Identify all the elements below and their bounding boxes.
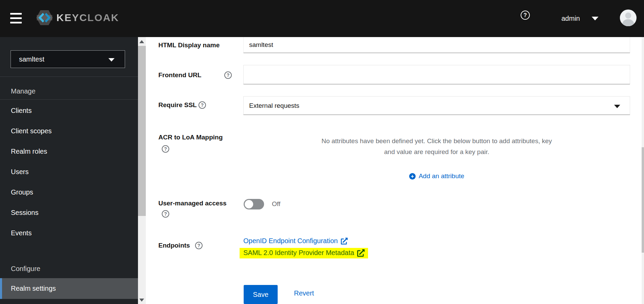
frontend-url-label: Frontend URL <box>158 71 202 80</box>
user-managed-access-toggle[interactable] <box>244 199 264 209</box>
plus-circle-icon <box>409 173 416 180</box>
require-ssl-select[interactable]: External requests <box>243 96 630 115</box>
external-link-icon <box>341 238 348 244</box>
help-icon[interactable] <box>162 210 169 218</box>
nav-scrollbar-thumb[interactable] <box>138 46 146 216</box>
person-icon <box>620 10 637 26</box>
sidebar-item-realm-settings[interactable]: Realm settings <box>0 278 138 299</box>
divider <box>0 99 138 100</box>
help-icon[interactable] <box>162 145 169 153</box>
link-label: SAML 2.0 Identity Provider Metadata <box>243 249 354 257</box>
realm-settings-form: HTML Display name Frontend URL Require S… <box>146 37 642 304</box>
require-ssl-label: Require SSL <box>158 101 197 109</box>
nav-scrollbar[interactable] <box>138 37 146 304</box>
sidebar: samltest Manage Clients Client scopes Re… <box>0 37 138 304</box>
toggle-knob <box>245 200 253 208</box>
user-managed-access-label: User-managed access <box>158 199 227 208</box>
sidebar-item-realm-roles[interactable]: Realm roles <box>11 147 47 156</box>
help-icon[interactable] <box>224 71 232 79</box>
page-scrollbar-thumb[interactable] <box>642 147 644 253</box>
page-scrollbar[interactable] <box>642 37 644 304</box>
sidebar-item-groups[interactable]: Groups <box>11 188 33 197</box>
sidebar-item-users[interactable]: Users <box>11 167 29 176</box>
keycloak-logo: KEYCLOAK <box>36 10 119 26</box>
toggle-state-text: Off <box>272 200 280 208</box>
help-icon[interactable] <box>198 101 206 109</box>
masthead: KEYCLOAK admin <box>0 0 644 37</box>
brand-wordmark: KEYCLOAK <box>56 12 119 23</box>
sidebar-item-sessions[interactable]: Sessions <box>11 208 38 217</box>
sidebar-item-clients[interactable]: Clients <box>11 106 32 115</box>
keycloak-admin-console: KEYCLOAK admin samltest Manage Clients C… <box>0 0 644 304</box>
add-attribute-label: Add an attribute <box>419 172 464 180</box>
scroll-down-arrow-icon[interactable] <box>139 299 144 302</box>
revert-button[interactable]: Revert <box>294 289 314 297</box>
acr-loa-empty-state-text: No attributes have been defined yet. Cli… <box>318 136 556 157</box>
help-icon[interactable] <box>195 242 203 249</box>
acr-loa-mapping-label: ACR to LoA Mapping <box>158 133 223 142</box>
saml-identity-provider-metadata-link-highlighted[interactable]: SAML 2.0 Identity Provider Metadata <box>240 248 368 258</box>
nav-section-manage: Manage <box>11 87 35 96</box>
html-display-name-label: HTML Display name <box>158 41 220 50</box>
chevron-down-icon <box>614 105 620 108</box>
user-menu[interactable]: admin <box>561 14 580 22</box>
sidebar-item-label: Realm settings <box>11 285 56 292</box>
avatar[interactable] <box>620 10 637 26</box>
html-display-name-input[interactable] <box>243 37 630 53</box>
scroll-up-arrow-icon[interactable] <box>139 40 144 43</box>
save-button[interactable]: Save <box>244 285 278 304</box>
keycloak-hexagon-icon <box>36 10 53 26</box>
endpoints-label: Endpoints <box>158 241 190 250</box>
require-ssl-value: External requests <box>249 102 299 109</box>
divider <box>0 77 138 77</box>
chevron-down-icon[interactable] <box>592 17 598 20</box>
link-label: OpenID Endpoint Configuration <box>243 237 338 245</box>
add-attribute-button[interactable]: Add an attribute <box>318 172 556 180</box>
realm-selector[interactable]: samltest <box>11 50 125 68</box>
openid-endpoint-configuration-link[interactable]: OpenID Endpoint Configuration <box>243 237 348 245</box>
sidebar-item-events[interactable]: Events <box>11 229 32 237</box>
nav-section-configure: Configure <box>11 264 40 273</box>
menu-toggle-icon[interactable] <box>10 13 22 24</box>
external-link-icon <box>357 249 365 257</box>
frontend-url-input[interactable] <box>243 65 630 84</box>
chevron-down-icon <box>108 58 115 62</box>
realm-selector-value: samltest <box>19 55 44 63</box>
help-icon[interactable] <box>521 11 530 20</box>
sidebar-item-client-scopes[interactable]: Client scopes <box>11 126 52 135</box>
